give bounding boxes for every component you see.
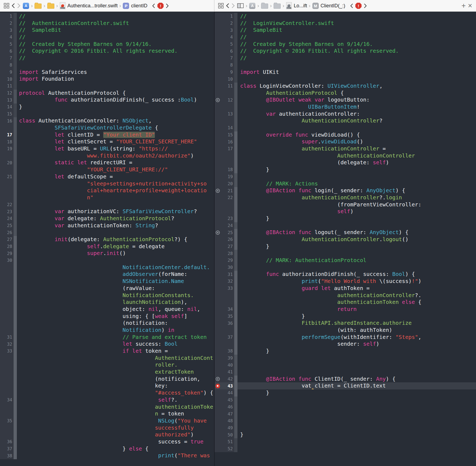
code-text[interactable]: self.delegate = delegate: [17, 243, 214, 250]
fold-ribbon[interactable]: [234, 180, 237, 187]
gutter[interactable]: 34: [0, 396, 17, 404]
code-text[interactable]: import Foundation: [17, 75, 214, 83]
code-line[interactable]: AuthenticationController: [215, 152, 476, 159]
gutter[interactable]: 17: [0, 131, 17, 138]
gutter[interactable]: 10: [215, 75, 237, 83]
line-number[interactable]: 32: [221, 279, 234, 284]
code-text[interactable]: authenticationController =: [237, 145, 476, 152]
code-text[interactable]: var authenticationController:: [237, 111, 476, 118]
gutter[interactable]: [0, 187, 17, 194]
gutter[interactable]: 33: [215, 285, 237, 292]
code-text[interactable]: //: [237, 34, 476, 41]
fold-ribbon[interactable]: [234, 285, 237, 292]
code-line[interactable]: 34 self?.: [0, 396, 214, 404]
fold-ribbon[interactable]: [14, 96, 17, 103]
gutter[interactable]: 18: [0, 138, 17, 145]
code-text[interactable]: //: [17, 13, 214, 20]
code-line[interactable]: (fromParentViewController:: [215, 201, 476, 208]
fold-ribbon[interactable]: [234, 313, 237, 320]
gutter[interactable]: 12: [215, 96, 237, 103]
gutter[interactable]: 48: [215, 417, 237, 424]
gutter[interactable]: 22: [215, 194, 237, 201]
gutter[interactable]: 31: [215, 271, 237, 278]
code-line[interactable]: NotificationConstants.: [0, 292, 214, 299]
code-line[interactable]: 8: [215, 62, 476, 69]
code-text[interactable]: (delegate: self): [237, 159, 476, 166]
gutter[interactable]: [215, 341, 237, 348]
code-line[interactable]: 45: [215, 396, 476, 404]
fold-ribbon[interactable]: [14, 396, 17, 404]
fold-ribbon[interactable]: [234, 271, 237, 278]
code-line[interactable]: 24 var delegate: AuthenticationProtocol?: [0, 215, 214, 222]
code-text[interactable]: Notification) in: [17, 327, 214, 334]
code-line[interactable]: authorized"): [0, 431, 214, 438]
code-line[interactable]: 11class LoginViewController: UIViewContr…: [215, 83, 476, 90]
code-text[interactable]: AuthenticationCont: [17, 355, 214, 362]
gutter[interactable]: 22: [0, 201, 17, 208]
fold-ribbon[interactable]: [14, 20, 17, 27]
line-number[interactable]: 3: [0, 28, 14, 33]
fold-ribbon[interactable]: [234, 243, 237, 250]
fold-ribbon[interactable]: [14, 152, 17, 159]
line-number[interactable]: 40: [221, 363, 234, 368]
line-number[interactable]: 38: [221, 348, 234, 354]
code-text[interactable]: www.fitbit.com/oauth2/authorize"): [17, 152, 214, 159]
fold-ribbon[interactable]: [14, 111, 17, 118]
code-line[interactable]: using: { [weak self]: [0, 313, 214, 320]
code-text[interactable]: [17, 229, 214, 236]
fold-ribbon[interactable]: [14, 41, 17, 48]
gutter[interactable]: 31: [0, 334, 17, 341]
gutter[interactable]: [0, 285, 17, 292]
line-number[interactable]: 17: [221, 146, 234, 151]
gutter[interactable]: 49: [215, 424, 237, 432]
code-text[interactable]: [237, 410, 476, 417]
folder-icon[interactable]: [47, 4, 54, 9]
gutter[interactable]: 8: [0, 62, 17, 69]
code-line[interactable]: 36 success = true: [0, 438, 214, 445]
code-text[interactable]: // Copyright © 2016 Fitbit. All rights r…: [237, 48, 476, 55]
gutter[interactable]: 37: [215, 334, 237, 341]
code-text[interactable]: guard let authToken =: [237, 285, 476, 292]
fold-ribbon[interactable]: [234, 236, 237, 243]
code-text[interactable]: class LoginViewController: UIViewControl…: [237, 83, 476, 90]
gutter[interactable]: 11: [0, 83, 17, 90]
fold-ribbon[interactable]: [14, 62, 17, 69]
code-line[interactable]: "YOUR_CLIENT_URI_HERE://": [0, 166, 214, 173]
code-line[interactable]: 15 override func viewDidLoad() {: [215, 131, 476, 138]
gutter[interactable]: [0, 313, 17, 320]
line-number[interactable]: 20: [0, 160, 14, 165]
gutter[interactable]: 32: [0, 341, 17, 348]
fold-ribbon[interactable]: [234, 369, 237, 376]
code-line[interactable]: 18 }: [215, 166, 476, 173]
fold-ribbon[interactable]: [234, 201, 237, 208]
fold-ribbon[interactable]: [234, 431, 237, 438]
gutter[interactable]: 28: [215, 250, 237, 257]
file-crumb[interactable]: Authentica...troller.swift: [67, 3, 118, 9]
line-number[interactable]: 42: [221, 376, 234, 382]
line-number[interactable]: 44: [221, 390, 234, 395]
connection-indicator-icon[interactable]: [215, 231, 221, 235]
gutter[interactable]: 38: [215, 348, 237, 355]
code-text[interactable]: //: [237, 13, 476, 20]
code-text[interactable]: NotificationCenter.default.: [17, 264, 214, 271]
line-number[interactable]: 9: [221, 70, 234, 75]
line-number[interactable]: 13: [221, 111, 234, 117]
gutter[interactable]: 46: [215, 404, 237, 411]
code-text[interactable]: var delegate: AuthenticationProtocol?: [17, 215, 214, 222]
code-text[interactable]: if let token =: [17, 348, 214, 355]
fold-ribbon[interactable]: [234, 152, 237, 159]
gutter[interactable]: [215, 201, 237, 208]
line-number[interactable]: 51: [221, 439, 234, 444]
fold-ribbon[interactable]: [14, 243, 17, 250]
code-text[interactable]: init(delegate: AuthenticationProtocol?) …: [17, 236, 214, 243]
gutter[interactable]: 20: [0, 159, 17, 166]
code-text[interactable]: key:: [17, 382, 214, 389]
line-number[interactable]: 16: [0, 118, 14, 124]
fold-ribbon[interactable]: [14, 424, 17, 432]
gutter[interactable]: [215, 117, 237, 124]
fold-ribbon[interactable]: [14, 27, 17, 34]
fold-ribbon[interactable]: [234, 62, 237, 69]
code-text[interactable]: [237, 404, 476, 411]
line-number[interactable]: 4: [221, 34, 234, 40]
fold-ribbon[interactable]: [234, 361, 237, 369]
